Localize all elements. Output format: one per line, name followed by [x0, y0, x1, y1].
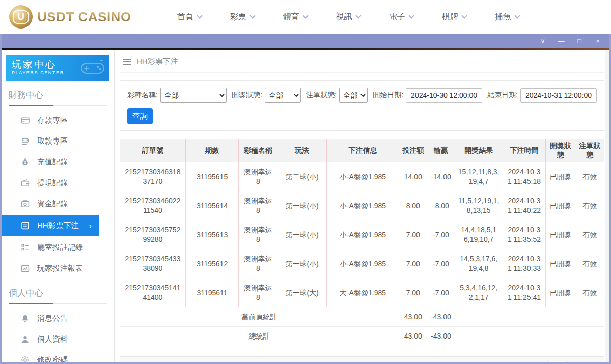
page-summary-row: 當前頁統計 43.00 -43.00 — [120, 307, 604, 327]
draw-status-label: 開獎狀態: — [232, 91, 262, 100]
moneybag-icon: $ — [21, 158, 30, 166]
gear-icon — [21, 356, 30, 362]
sidebar-item-hall-bet-records[interactable]: 廳室投註記錄› — [9, 237, 107, 258]
lottery-name-select[interactable]: 全部 — [160, 88, 227, 103]
sidebar-item-funds-records[interactable]: 資金記錄› — [9, 193, 107, 214]
chevron-down-icon — [514, 13, 520, 18]
sidebar-item-hh-lottery-bets[interactable]: HH彩票下注› — [2, 215, 99, 236]
window-minimize-icon[interactable]: — — [558, 38, 565, 44]
start-date-input[interactable] — [406, 88, 482, 103]
breadcrumb: HH彩票下注 — [120, 50, 604, 73]
total-summary-row: 總統計 43.00 -43.00 — [120, 327, 604, 346]
total-summary-label: 總統計 — [120, 327, 399, 346]
wallet-icon — [21, 179, 30, 187]
lottery-name-label: 彩種名稱: — [127, 91, 158, 100]
window-titlebar: ∨ — □ × — [2, 34, 609, 48]
sidebar: 玩家中心 PLAYERS CENTER 財務中心 存款專區› — [2, 50, 115, 362]
bell-icon — [21, 314, 30, 323]
nav-item-slots[interactable]: 電子 — [375, 12, 428, 22]
page-title: HH彩票下注 — [136, 57, 178, 66]
col-draw-status: 開獎狀態 — [546, 139, 575, 162]
next-page-link[interactable]: 下一页 — [510, 362, 532, 362]
chevron-down-icon — [408, 13, 414, 18]
chevron-down-icon — [461, 13, 467, 18]
jump-prefix-label: 第 — [536, 362, 543, 362]
page-summary-bet-total: 43.00 — [399, 307, 427, 327]
nav-item-sports[interactable]: 體育 — [269, 12, 322, 22]
table-row: 215217303460221154031195614澳洲幸运8第一球(小)小-… — [120, 191, 604, 220]
total-count-text: 共5条 — [428, 362, 447, 362]
chevron-down-icon — [302, 13, 308, 18]
col-win-loss: 輸贏 — [427, 139, 455, 162]
table-row: 215217303451414140031195611澳洲幸运8第一球(大)大-… — [120, 278, 604, 307]
svg-text:$: $ — [24, 161, 26, 164]
start-date-label: 開始日期: — [373, 91, 403, 100]
col-bet-time: 下注時間 — [503, 139, 545, 162]
draw-status-select[interactable]: 全部 — [265, 88, 301, 103]
nav-item-home[interactable]: 首頁 — [163, 12, 216, 22]
nav-item-lottery[interactable]: 彩票 — [216, 12, 269, 22]
sidebar-item-withdraw-records[interactable]: 提現記錄› — [9, 173, 107, 193]
jump-button[interactable]: 跳转 — [584, 362, 598, 362]
ticket-icon — [21, 221, 30, 230]
bets-table: 訂單號 期數 彩種名稱 玩法 下注信息 投注額 輸贏 開獎結果 下注時間 開獎狀… — [120, 139, 604, 346]
main-content: HH彩票下注 彩種名稱: 全部 開獎狀態: 全部 注單狀態: 全部 開始日期: … — [115, 50, 609, 362]
col-draw-result: 開獎結果 — [455, 139, 503, 162]
col-play-type: 玩法 — [277, 139, 326, 162]
sidebar-item-profile[interactable]: 個人資料› — [9, 329, 107, 350]
sidebar-header: 玩家中心 PLAYERS CENTER — [6, 55, 109, 81]
deposit-card-icon — [21, 116, 30, 125]
page-jump-input[interactable] — [548, 361, 567, 363]
nav-item-cards[interactable]: 棋牌 — [428, 12, 481, 22]
col-order-status: 注單狀態 — [575, 139, 604, 162]
brand-logo[interactable]: U USDT CASINO — [9, 5, 131, 29]
main-nav: 首頁 彩票 體育 視訊 電子 棋牌 捕魚 — [163, 12, 534, 22]
brand-name: USDT CASINO — [37, 9, 131, 25]
total-summary-winloss-total: -43.00 — [427, 327, 455, 346]
brand-badge-letter: U — [13, 10, 29, 24]
order-status-select[interactable]: 全部 — [339, 88, 368, 103]
brand-ball-icon: U — [9, 5, 33, 29]
app-window: ∨ — □ × 玩家中心 PLAYERS CENTER 財務中心 — [0, 34, 611, 364]
sidebar-item-player-bet-report[interactable]: 玩家投注報表› — [9, 258, 107, 279]
first-page-link[interactable]: 首页 — [451, 362, 465, 362]
col-order-no: 訂單號 — [120, 139, 185, 162]
filter-panel: 彩種名稱: 全部 開獎狀態: 全部 注單狀態: 全部 開始日期: 結束日期: 查… — [120, 80, 604, 131]
search-button[interactable]: 查詢 — [127, 108, 153, 124]
user-icon — [21, 335, 30, 344]
funds-icon — [21, 200, 30, 208]
table-row: 215217303454333809031195612澳洲幸运8第一球(小)小-… — [120, 249, 604, 278]
gamepad-icon — [79, 58, 106, 77]
nav-item-fishing[interactable]: 捕魚 — [481, 12, 534, 22]
page-summary-winloss-total: -43.00 — [427, 307, 455, 327]
col-bet-amount: 投注額 — [399, 139, 427, 162]
sidebar-item-deposit[interactable]: 存款專區› — [9, 110, 107, 131]
window-collapse-icon[interactable]: ∨ — [539, 38, 546, 44]
sidebar-item-change-password[interactable]: 修改密碼› — [9, 350, 107, 362]
table-row: 215217303463183717031195615澳洲幸运8第二球(小)小-… — [120, 162, 604, 191]
end-date-input[interactable] — [520, 88, 597, 103]
col-bet-info: 下注信息 — [326, 139, 399, 162]
jump-suffix-label: 页 — [572, 362, 579, 362]
nav-item-live[interactable]: 視訊 — [322, 12, 375, 22]
chevron-down-icon — [249, 13, 255, 18]
col-issue: 期數 — [185, 139, 238, 162]
window-close-icon[interactable]: × — [594, 38, 601, 44]
site-header: U USDT CASINO 首頁 彩票 體育 視訊 電子 棋牌 捕魚 — [0, 0, 611, 34]
vertical-scrollbar[interactable] — [605, 50, 609, 362]
active-arrow-icon: › — [89, 221, 99, 231]
window-maximize-icon[interactable]: □ — [576, 38, 583, 44]
pagination-bar: 每頁顯示20條 共5条 首页 上一页 [1] 下一页 第 页 跳转 — [120, 356, 604, 362]
prev-page-link[interactable]: 上一页 — [469, 362, 491, 362]
chevron-down-icon — [355, 13, 361, 18]
report-chart-icon — [21, 264, 30, 273]
sidebar-item-announcements[interactable]: 消息公告› — [9, 308, 107, 329]
sidebar-item-recharge-records[interactable]: $ 充值記錄› — [9, 152, 107, 173]
page-summary-label: 當前頁統計 — [120, 307, 399, 327]
page-size-text: 每頁顯示20條 — [126, 362, 170, 362]
col-lottery-name: 彩種名稱 — [239, 139, 277, 162]
menu-toggle-icon[interactable] — [123, 59, 131, 65]
total-summary-bet-total: 43.00 — [399, 327, 427, 346]
sidebar-item-withdraw[interactable]: 取款專區› — [9, 131, 107, 152]
chevron-down-icon — [197, 13, 202, 18]
